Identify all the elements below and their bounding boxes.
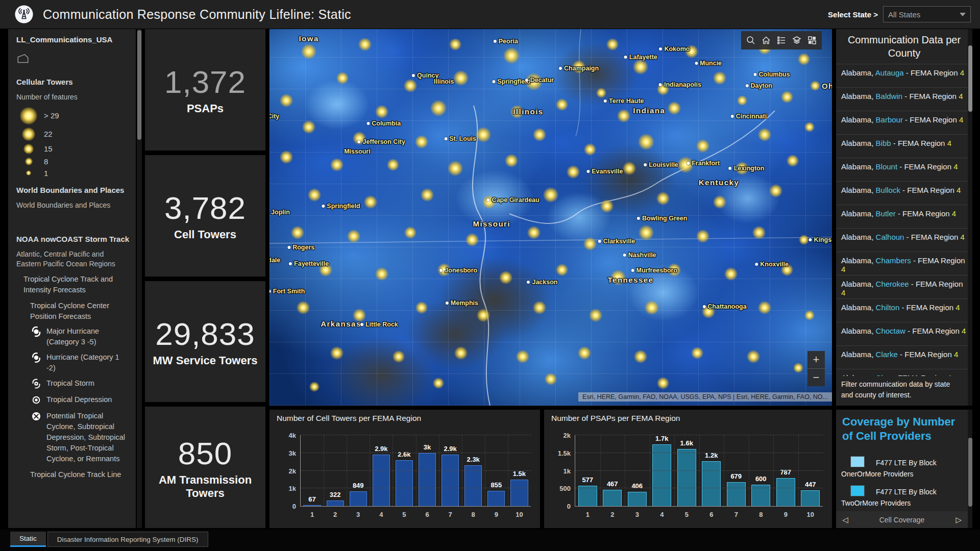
view-tab[interactable]: Static <box>10 532 46 547</box>
legend-row-label: 8 <box>44 157 48 166</box>
cell-tower-glow-dot <box>336 72 349 84</box>
map-city-label: Champaign <box>559 65 599 72</box>
county-list-item[interactable]: Alabama, Chambers - FEMA Region 4 <box>836 252 972 275</box>
county-list-item[interactable]: Alabama, Barbour - FEMA Region 4 <box>836 111 972 134</box>
city-marker-dot <box>624 56 627 59</box>
search-icon[interactable] <box>743 33 758 48</box>
map-city-label: Jackson <box>527 279 557 286</box>
chart-bar-slot[interactable]: 1.2k6 <box>699 435 724 506</box>
stat-value: 3,782 <box>164 190 246 226</box>
city-marker-dot <box>492 80 495 83</box>
x-axis-tick: 4 <box>370 511 393 518</box>
pager-next-icon[interactable]: ▷ <box>955 515 962 524</box>
county-list-item[interactable]: Alabama, Clarke - FEMA Region 4 <box>836 345 972 369</box>
pager-prev-icon[interactable]: ◁ <box>842 515 848 524</box>
county-list-item[interactable]: Alabama, Chilton - FEMA Region 4 <box>836 298 972 322</box>
x-axis-tick: 4 <box>650 511 675 518</box>
layers-icon[interactable] <box>789 33 804 48</box>
city-marker-dot <box>358 140 361 143</box>
pager-label: Cell Coverage <box>879 516 925 524</box>
zoom-in-button[interactable]: + <box>807 351 825 369</box>
tower-glow-dot-icon <box>20 107 37 124</box>
map-city-label: Jonesboro <box>439 267 477 274</box>
county-list-item[interactable]: Alabama, Butler - FEMA Region 4 <box>836 205 972 228</box>
stat-card: 29,833 MW Service Towers <box>145 281 265 403</box>
chart-bar-slot[interactable]: 1.6k5 <box>674 435 699 506</box>
coverage-panel-scrollbar[interactable] <box>968 410 972 528</box>
basemap-grid-icon[interactable] <box>804 33 820 48</box>
county-list-item[interactable]: Alabama, Baldwin - FEMA Region 4 <box>836 87 972 111</box>
chart-bar-slot[interactable]: 1.5k10 <box>508 435 531 506</box>
chart-bar-slot[interactable]: 2.9k4 <box>370 435 393 506</box>
cell-towers-chart: Number of Cell Towers per FEMA Region 67… <box>270 410 540 528</box>
cell-tower-glow-dot <box>476 127 491 142</box>
legend-row: 15 <box>16 144 130 154</box>
chart-bar-slot[interactable]: 3222 <box>324 435 347 506</box>
x-axis-tick: 5 <box>674 511 699 518</box>
cell-tower-glow-dot <box>477 309 490 322</box>
state-dropdown[interactable]: All States <box>883 6 971 22</box>
chart-bar-slot[interactable]: 4063 <box>625 435 650 506</box>
cellular-towers-heading: Cellular Towers <box>16 78 130 86</box>
cell-tower-glow-dot <box>421 188 434 202</box>
chart-bar-slot[interactable]: 4672 <box>600 435 625 506</box>
cell-tower-glow-dot <box>297 301 310 314</box>
legend-list-icon[interactable] <box>774 33 789 48</box>
city-marker-dot <box>360 323 363 326</box>
world-boundaries-sublabel: World Boundaries and Places <box>16 201 130 210</box>
chart-bar-slot[interactable]: 6797 <box>724 435 749 506</box>
legend-row-label: 22 <box>44 130 53 138</box>
cell-tower-glow-dot <box>758 128 771 141</box>
home-icon[interactable] <box>758 33 774 48</box>
cell-tower-glow-dot <box>638 134 654 150</box>
chart-bar-slot[interactable]: 2.3k8 <box>462 435 485 506</box>
noaa-storm-track-heading: NOAA nowCOAST Storm Track <box>16 235 130 243</box>
cell-tower-glow-dot <box>556 264 568 276</box>
zoom-out-button[interactable]: − <box>807 369 825 386</box>
county-list-item[interactable]: Alabama, Choctaw - FEMA Region 4 <box>836 322 972 345</box>
stat-value: 1,372 <box>164 64 246 100</box>
map-state-label: Kentucky <box>699 178 740 187</box>
county-list-item[interactable]: Alabama, Bullock - FEMA Region 4 <box>836 181 972 205</box>
county-list-item[interactable]: Alabama, Calhoun - FEMA Region 4 <box>836 228 972 252</box>
chart-bar-slot[interactable]: 7879 <box>773 435 798 506</box>
number-of-features-label: Number of features <box>16 92 130 102</box>
panel-pager: ◁ Cell Coverage ▷ <box>836 511 968 528</box>
chart-bar <box>396 460 413 506</box>
cell-tower-glow-dot <box>433 378 444 389</box>
layer-legend-sidebar[interactable]: LL_Communications_USA Cellular Towers Nu… <box>8 29 136 528</box>
city-marker-dot <box>729 167 732 170</box>
city-marker-dot <box>525 79 528 82</box>
county-list-item[interactable]: Alabama, Cherokee - FEMA Region 4 <box>836 275 972 298</box>
city-marker-dot <box>439 269 443 272</box>
county-list-item[interactable]: Alabama, Blount - FEMA Region 4 <box>836 158 972 181</box>
cell-tower-glow-dot <box>567 165 580 179</box>
view-tab[interactable]: Disaster Information Reporting System (D… <box>47 532 208 547</box>
county-list-item[interactable]: Alabama, Autauga - FEMA Region 4 <box>836 64 972 87</box>
coverage-panel-title: Coverage by Number of Cell Providers <box>836 410 972 443</box>
cell-tower-glow-dot <box>645 300 659 315</box>
sidebar-scrollbar[interactable] <box>137 29 142 528</box>
cell-tower-glow-dot <box>656 192 670 205</box>
coverage-map[interactable]: IowaPeoriaKokomoLafayetteMuncieChampaign… <box>270 29 832 406</box>
polygon-layer-icon <box>16 53 130 66</box>
cell-tower-glow-dot <box>330 158 344 171</box>
chart-bar-slot[interactable]: 2.9k7 <box>439 435 462 506</box>
city-marker-dot <box>527 281 530 284</box>
city-marker-dot <box>598 240 601 243</box>
cell-tower-glow-dot <box>499 271 512 284</box>
storm-legend-item: Major Hurricane (Category 3 -5) <box>16 326 130 347</box>
stat-label: MW Service Towers <box>153 354 258 367</box>
coverage-legend: F477 LTE By Block OnerOrMore Providers F… <box>836 443 972 509</box>
stat-card: 3,782 Cell Towers <box>145 155 265 277</box>
county-list-item[interactable]: Alabama, Bibb - FEMA Region 4 <box>836 134 972 158</box>
cell-tower-glow-dot <box>387 159 399 171</box>
chart-bar-slot[interactable]: 5771 <box>575 435 600 506</box>
chart-bar <box>727 482 746 506</box>
map-city-label: Lexington <box>729 165 765 172</box>
map-city-label: Memphis <box>446 299 478 307</box>
county-list-scrollbar[interactable] <box>968 29 972 406</box>
cell-tower-glow-dot <box>516 350 529 363</box>
chart-bar-slot[interactable]: 44710 <box>798 435 823 506</box>
legend-row-label: > 29 <box>44 111 59 120</box>
